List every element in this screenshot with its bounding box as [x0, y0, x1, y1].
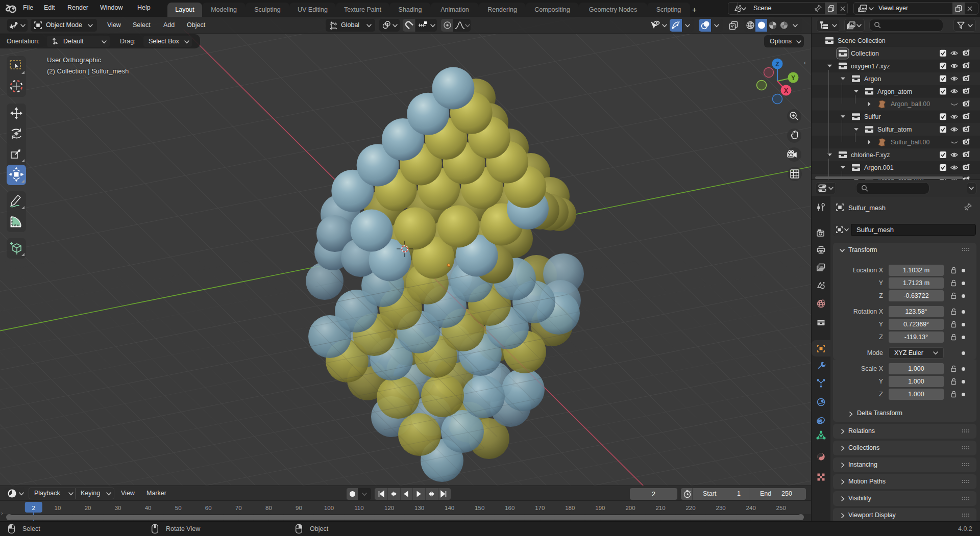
- svg-text:180: 180: [565, 505, 575, 511]
- svg-text:Z: Z: [775, 61, 779, 68]
- svg-text:Argon_ball.00: Argon_ball.00: [891, 100, 930, 108]
- svg-text:160: 160: [505, 505, 514, 511]
- svg-text:Scene Collection: Scene Collection: [838, 37, 886, 44]
- svg-text:2: 2: [32, 505, 35, 511]
- svg-text:Argon: Argon: [864, 75, 881, 83]
- svg-text:40: 40: [145, 505, 152, 511]
- svg-text:140: 140: [445, 505, 454, 511]
- svg-text:Y: Y: [791, 74, 795, 82]
- svg-text:150: 150: [475, 505, 484, 511]
- svg-text:210: 210: [655, 505, 665, 511]
- svg-text:80: 80: [265, 505, 272, 511]
- svg-text:250: 250: [776, 505, 786, 511]
- svg-text:20: 20: [85, 505, 91, 511]
- svg-text:Collection: Collection: [851, 50, 879, 57]
- svg-text:Sulfur_ball.00: Sulfur_ball.00: [891, 139, 929, 146]
- svg-text:130: 130: [414, 505, 424, 511]
- svg-text:Sulfur_atom: Sulfur_atom: [877, 126, 912, 133]
- svg-text:60: 60: [205, 505, 212, 511]
- svg-text:100: 100: [324, 505, 334, 511]
- svg-text:120: 120: [384, 505, 394, 511]
- svg-text:170: 170: [535, 505, 545, 511]
- svg-text:X: X: [784, 87, 788, 94]
- svg-text:190: 190: [595, 505, 605, 511]
- svg-text:30: 30: [115, 505, 121, 511]
- svg-text:Argon.001: Argon.001: [864, 164, 894, 171]
- svg-text:230: 230: [716, 505, 726, 511]
- svg-text:240: 240: [746, 505, 756, 511]
- svg-text:oxygen17.xyz: oxygen17.xyz: [851, 63, 890, 70]
- svg-text:Argon_atom: Argon_atom: [877, 88, 912, 95]
- svg-text:chlorine-F.xyz: chlorine-F.xyz: [851, 151, 890, 159]
- svg-text:200: 200: [625, 505, 635, 511]
- svg-text:Sulfur: Sulfur: [864, 113, 881, 120]
- svg-text:10: 10: [55, 505, 61, 511]
- svg-text:90: 90: [296, 505, 302, 511]
- svg-text:220: 220: [685, 505, 695, 511]
- svg-text:70: 70: [235, 505, 242, 511]
- svg-text:110: 110: [354, 505, 363, 511]
- svg-text:50: 50: [175, 505, 182, 511]
